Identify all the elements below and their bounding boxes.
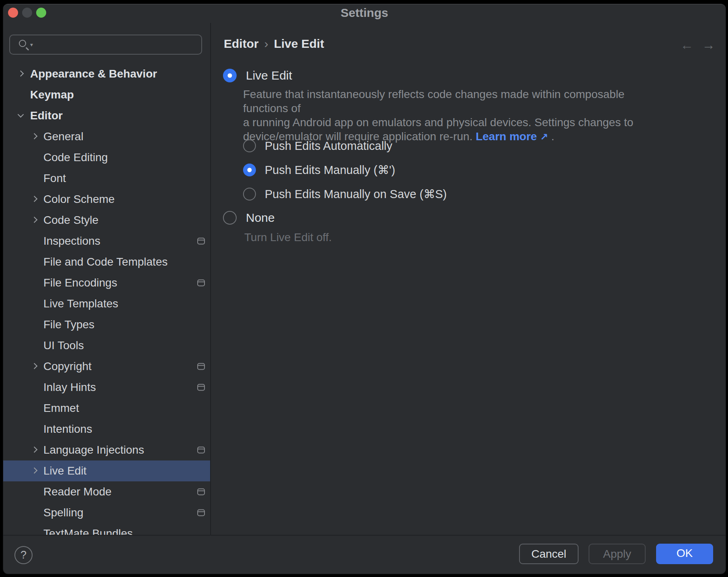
cancel-button[interactable]: Cancel: [519, 544, 579, 564]
sidebar-item-label: File and Code Templates: [43, 256, 168, 268]
per-project-settings-icon: [197, 489, 205, 495]
per-project-settings-icon: [197, 509, 205, 516]
chevron-right-icon[interactable]: [18, 70, 24, 77]
none-label: None: [246, 211, 275, 225]
per-project-settings-icon: [197, 363, 205, 370]
sidebar-item-label: Live Edit: [43, 464, 86, 477]
sidebar-item-label: Live Templates: [43, 297, 118, 310]
chevron-right-icon[interactable]: [31, 363, 38, 369]
live-edit-option[interactable]: Live Edit: [223, 68, 292, 83]
sidebar-item-label: Intentions: [43, 423, 92, 436]
sidebar-item-file-and-code-templates[interactable]: File and Code Templates: [3, 252, 210, 272]
sidebar-item-label: Reader Mode: [43, 485, 112, 498]
option-label: Push Edits Manually on Save (⌘S): [265, 187, 447, 201]
footer-divider: [3, 535, 726, 536]
radio-live-edit[interactable]: [223, 69, 237, 82]
chevron-down-icon[interactable]: [18, 111, 24, 118]
none-hint: Turn Live Edit off.: [244, 231, 332, 244]
option-label: Push Edits Manually (⌘'): [265, 163, 395, 177]
live-edit-description: Feature that instantaneously reflects co…: [243, 87, 637, 144]
live-edit-label: Live Edit: [246, 69, 292, 82]
external-link-icon: ↗: [540, 131, 548, 142]
breadcrumb-current: Live Edit: [274, 37, 324, 50]
breadcrumb-separator-icon: ›: [259, 37, 274, 50]
sidebar-item-appearance-behavior[interactable]: Appearance & Behavior: [3, 63, 210, 84]
sidebar-item-label: Keymap: [30, 88, 74, 101]
search-icon: [19, 40, 26, 47]
chevron-right-icon[interactable]: [31, 467, 38, 474]
option-push-edits-automatically[interactable]: Push Edits Automatically: [243, 139, 393, 153]
sidebar-item-label: File Types: [43, 318, 94, 331]
sidebar-item-ui-tools[interactable]: UI Tools: [3, 335, 210, 356]
settings-window: Settings ▾ Appearance & BehaviorKeymapEd…: [3, 4, 726, 574]
sidebar-item-textmate-bundles[interactable]: TextMate Bundles: [3, 523, 210, 535]
history-forward-icon[interactable]: →: [702, 38, 715, 51]
sidebar-item-label: Inlay Hints: [43, 381, 96, 394]
chevron-right-icon[interactable]: [31, 446, 38, 453]
per-project-settings-icon: [197, 280, 205, 286]
sidebar-item-editor[interactable]: Editor: [3, 105, 210, 126]
settings-search[interactable]: ▾: [9, 35, 202, 55]
sidebar-item-label: Code Style: [43, 214, 98, 227]
sidebar-item-language-injections[interactable]: Language Injections: [3, 440, 210, 460]
sidebar-item-label: UI Tools: [43, 339, 84, 352]
sidebar-item-general[interactable]: General: [3, 126, 210, 147]
sidebar-item-label: Inspections: [43, 235, 100, 248]
sidebar-tree: Appearance & BehaviorKeymapEditorGeneral…: [3, 63, 210, 535]
sidebar-item-label: Copyright: [43, 360, 92, 373]
option-label: Push Edits Automatically: [265, 139, 393, 153]
radio-push-edits-manually-on-save-s[interactable]: [243, 188, 256, 201]
none-option[interactable]: None: [223, 211, 275, 225]
sidebar-item-label: Font: [43, 172, 66, 185]
chevron-right-icon[interactable]: [31, 196, 38, 202]
sidebar-item-color-scheme[interactable]: Color Scheme: [3, 189, 210, 210]
sidebar-item-emmet[interactable]: Emmet: [3, 398, 210, 419]
radio-none[interactable]: [223, 211, 237, 225]
sidebar-item-label: Editor: [30, 109, 63, 122]
per-project-settings-icon: [197, 384, 205, 391]
settings-sidebar: ▾ Appearance & BehaviorKeymapEditorGener…: [3, 4, 210, 535]
sidebar-item-spelling[interactable]: Spelling: [3, 502, 210, 523]
sidebar-item-code-style[interactable]: Code Style: [3, 210, 210, 231]
per-project-settings-icon: [197, 447, 205, 454]
sidebar-item-label: Emmet: [43, 402, 79, 415]
sidebar-item-label: Language Injections: [43, 444, 144, 456]
breadcrumb: Editor›Live Edit: [224, 37, 324, 51]
search-input[interactable]: [40, 37, 199, 53]
sidebar-item-inlay-hints[interactable]: Inlay Hints: [3, 377, 210, 398]
sidebar-item-file-types[interactable]: File Types: [3, 314, 210, 335]
sidebar-item-live-edit[interactable]: Live Edit: [3, 460, 210, 481]
option-push-edits-manually[interactable]: Push Edits Manually (⌘'): [243, 163, 395, 177]
sidebar-item-label: File Encodings: [43, 276, 117, 289]
ok-button[interactable]: OK: [656, 544, 713, 564]
option-push-edits-manually-on-save-s[interactable]: Push Edits Manually on Save (⌘S): [243, 187, 447, 201]
sidebar-item-inspections[interactable]: Inspections: [3, 231, 210, 252]
help-button[interactable]: ?: [14, 546, 33, 564]
sidebar-item-intentions[interactable]: Intentions: [3, 419, 210, 440]
sidebar-item-label: Appearance & Behavior: [30, 68, 157, 80]
chevron-right-icon[interactable]: [31, 217, 38, 223]
sidebar-item-copyright[interactable]: Copyright: [3, 356, 210, 377]
sidebar-item-code-editing[interactable]: Code Editing: [3, 147, 210, 168]
chevron-right-icon[interactable]: [31, 133, 38, 139]
sidebar-item-keymap[interactable]: Keymap: [3, 84, 210, 105]
settings-content: Editor›Live Edit ← → Live Edit Feature t…: [211, 4, 726, 535]
sidebar-item-label: Spelling: [43, 506, 84, 519]
apply-button[interactable]: Apply: [589, 544, 646, 564]
sidebar-item-reader-mode[interactable]: Reader Mode: [3, 481, 210, 502]
sidebar-item-label: General: [43, 130, 84, 143]
radio-push-edits-manually[interactable]: [243, 164, 256, 176]
breadcrumb-parent[interactable]: Editor: [224, 37, 259, 50]
sidebar-item-label: TextMate Bundles: [43, 527, 133, 535]
sidebar-item-live-templates[interactable]: Live Templates: [3, 293, 210, 314]
sidebar-item-label: Code Editing: [43, 151, 108, 164]
per-project-settings-icon: [197, 238, 205, 245]
sidebar-item-file-encodings[interactable]: File Encodings: [3, 272, 210, 293]
sidebar-item-font[interactable]: Font: [3, 168, 210, 189]
history-back-icon[interactable]: ←: [680, 38, 693, 51]
search-options-caret-icon[interactable]: ▾: [30, 41, 33, 48]
radio-push-edits-automatically[interactable]: [243, 139, 256, 152]
learn-more-link[interactable]: Learn more ↗: [476, 130, 548, 143]
sidebar-item-label: Color Scheme: [43, 193, 115, 206]
